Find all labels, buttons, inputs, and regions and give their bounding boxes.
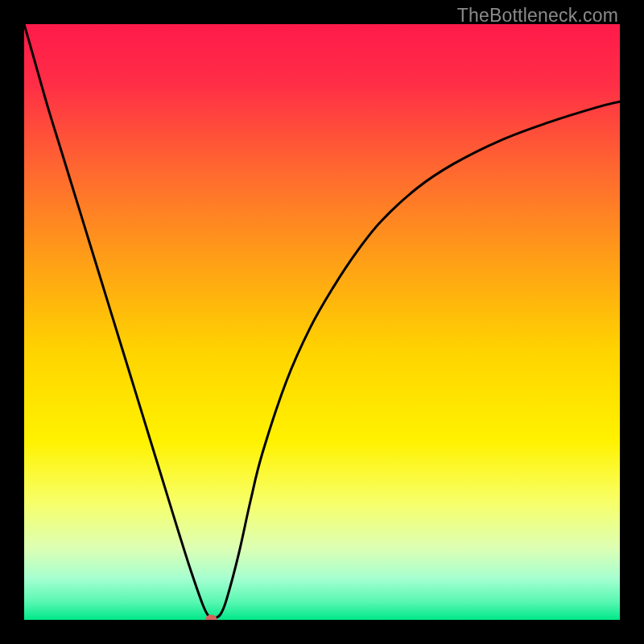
plot-area [24,24,620,620]
curve-layer [24,24,620,620]
bottleneck-curve [24,24,620,618]
watermark-text: TheBottleneck.com [457,5,618,27]
chart-container: TheBottleneck.com [0,0,644,644]
